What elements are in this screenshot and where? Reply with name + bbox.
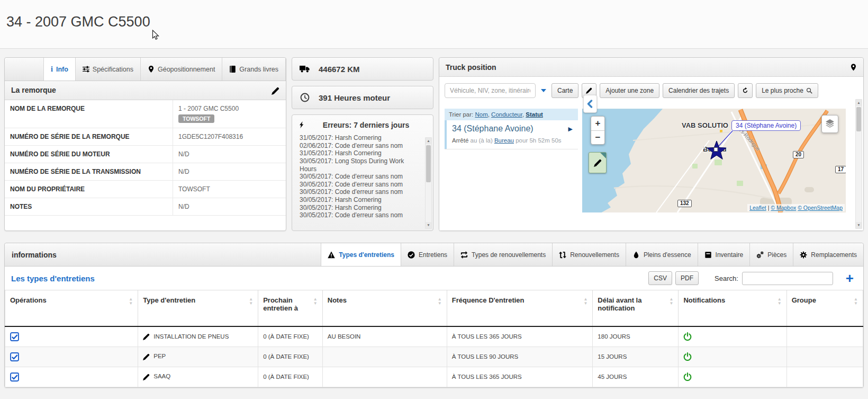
mapbox-link[interactable]: © Mapbox [771,205,796,211]
tab-renewals[interactable]: Renouvellements [552,243,626,266]
next-maintenance-cell: 0 (À DATE FIXE) [258,326,323,347]
trip-calendar-button[interactable]: Calendrier des trajets [663,83,735,98]
notifications-cell [679,347,786,367]
tab-specifications[interactable]: Spécifications [76,58,141,81]
delay-cell: 180 JOURS [593,326,679,347]
next-maintenance-cell: 0 (À DATE FIXE) [258,347,323,367]
notifications-cell [679,367,786,387]
vehicle-search-input[interactable] [445,83,536,98]
errors-scrollbar[interactable]: ▲ ▼ [425,137,432,229]
column-header[interactable]: Fréquence D'entretien ▲ ▲▼ [447,290,593,327]
vehicle-status: Arrêté au (à la) Bureau pour 5h 52m 50s [452,137,573,144]
sort-icon: ▲▼ [249,297,253,305]
edit-trailer-button[interactable] [272,86,279,95]
trailer-section-header: La remorque [5,81,286,100]
tab-fuel-fills[interactable]: Pleins d'essence [626,243,698,266]
map-controls: Carte Ajouter une zone Calendrier des tr… [445,83,818,98]
map-attribution: Leaflet | © Mapbox © OpenStreetMap [747,204,845,211]
export-pdf-button[interactable]: PDF [675,271,699,285]
sort-icon: ▲▼ [670,297,674,305]
location-link[interactable]: Bureau [494,137,514,144]
checked-checkbox-icon[interactable] [10,373,19,382]
power-icon[interactable] [683,352,692,361]
column-header[interactable]: Notes ▲ ▲▼ [322,290,447,327]
scroll-down-icon[interactable]: ▼ [856,222,862,228]
tab-parts[interactable]: Pièces [749,243,793,266]
tab-maintenance-types[interactable]: Types d'entretiens [321,243,401,266]
search-dropdown-button[interactable] [539,83,548,98]
field-row: NOM DE LA REMORQUE 1 - 2007 GMC C5500 TO… [5,100,286,128]
field-label: NOM DE LA REMORQUE [5,100,173,128]
column-header[interactable]: Type d'entretien ▲ ▲▼ [138,290,258,327]
vehicle-list: Trier par: Nom, Conducteur, Statut 34 (S… [445,109,578,149]
scroll-up-icon[interactable]: ▲ [426,138,431,144]
error-item: 30/05/2017: Harsh Cornering [300,196,421,204]
table-row[interactable]: INSTALLATION DE PNEUS 0 (À DATE FIXE) AU… [5,326,863,347]
refresh-icon [742,87,748,94]
table-search-input[interactable] [742,272,833,285]
map-type-button[interactable]: Carte [551,83,578,98]
column-header[interactable]: Opérations ▲ ▲▼ [5,290,138,327]
notes-cell [322,367,447,387]
map-roads-layer [582,109,846,212]
collapse-vehicle-list-button[interactable] [583,95,597,113]
sort-by-name-link[interactable]: Nom [475,111,487,118]
tab-replacements[interactable]: Remplacements [793,243,863,266]
tab-maintenances[interactable]: Entretiens [401,243,454,266]
power-icon[interactable] [683,373,692,381]
power-icon[interactable] [683,332,692,341]
truck-position-body: Carte Ajouter une zone Calendrier des tr… [439,77,863,230]
sort-icon: ▲▼ [583,297,587,305]
column-header[interactable]: Prochain entretien à ▲ ▲▼ [258,290,323,327]
error-item: 30/05/2017: Code d'erreur sans nom [300,188,421,196]
map-layers-control[interactable] [821,115,838,133]
add-zone-button[interactable]: Ajouter une zone [600,83,659,98]
scrollbar-thumb[interactable] [856,107,861,131]
odometer-card: 446672 KM [292,57,433,81]
scrollbar-thumb[interactable] [426,145,431,182]
tab-renewal-types[interactable]: Types de renouvellements [454,243,552,266]
refresh-button[interactable] [738,83,753,98]
layers-icon [825,119,835,129]
zoom-out-button[interactable]: − [591,130,604,144]
geolocation-pin-button[interactable] [850,63,857,72]
column-header[interactable]: Groupe ▲ ▲▼ [786,290,863,327]
tab-geopositioning[interactable]: Géopositionnement [141,58,222,81]
table-toolbar: Les types d'entretiens CSV PDF Search: + [5,267,863,290]
pencil-icon[interactable] [143,333,150,340]
tab-inventory[interactable]: Inventaire [698,243,750,266]
nearest-button[interactable]: Le plus proche [756,83,818,98]
chevron-right-icon[interactable]: ▶ [568,126,573,132]
sort-by-status-link[interactable]: Statut [526,111,543,118]
tab-info[interactable]: i Info [44,58,76,81]
leaflet-link[interactable]: Leaflet [749,205,766,211]
pencil-icon[interactable] [143,374,150,380]
field-label: NOTES [5,198,173,215]
table-row[interactable]: PEP 0 (À DATE FIXE) À TOUS LES 90 JOURS … [5,347,863,367]
table-row[interactable]: SAAQ 0 (À DATE FIXE) À TOUS LES 365 JOUR… [5,367,863,387]
field-row: NUMÉRO DE SÉRIE DE LA TRANSMISSION N/D [5,163,286,181]
column-header[interactable]: Délai avant la notification ▲ ▲▼ [593,290,679,327]
osm-link[interactable]: © OpenStreetMap [798,205,843,211]
column-header[interactable]: Notifications ▲ ▲▼ [679,290,786,327]
tab-ledgers[interactable]: Grands livres [222,58,286,81]
operations-cell [5,326,138,347]
checked-checkbox-icon[interactable] [10,352,19,361]
panel-scrollbar[interactable]: ▲ ▼ [855,99,862,229]
map[interactable]: VAB SOLUTIO Bureau es-Rodrigue [582,109,846,212]
checked-checkbox-icon[interactable] [10,332,19,341]
inventory-box-icon [704,251,712,259]
clock-icon [300,93,310,102]
export-csv-button[interactable]: CSV [648,271,672,285]
add-maintenance-type-button[interactable]: + [846,273,854,283]
book-icon [229,66,236,73]
scroll-down-icon[interactable]: ▼ [426,222,431,228]
sort-by-driver-link[interactable]: Conducteur [491,111,522,118]
operations-cell [5,347,138,367]
scroll-up-icon[interactable]: ▲ [856,100,862,106]
vehicle-list-item[interactable]: 34 (Stéphane Avoine) ▶ Arrêté au (à la) … [445,120,578,149]
zoom-in-button[interactable]: + [591,117,604,130]
draw-zone-control[interactable] [589,152,607,173]
pencil-icon[interactable] [143,353,150,360]
fuel-drop-icon [632,251,640,259]
